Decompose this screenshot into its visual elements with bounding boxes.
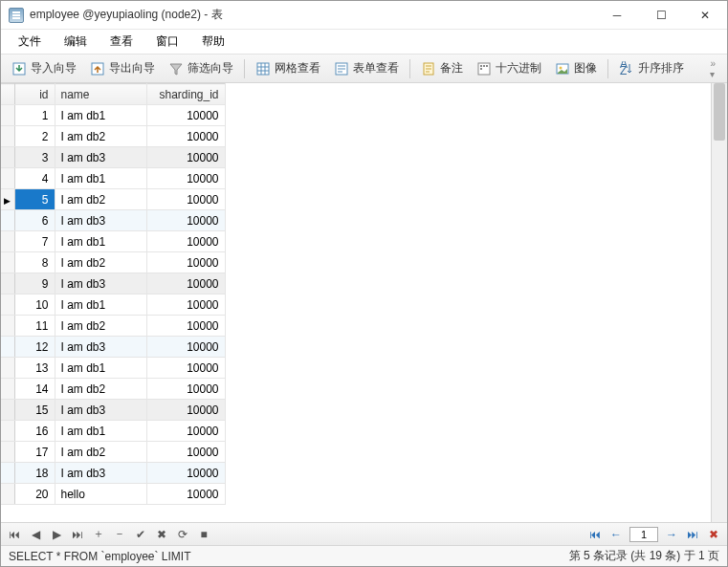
stop-button[interactable]: ■: [196, 527, 211, 542]
cell-name[interactable]: I am db1: [55, 105, 146, 126]
cell-name[interactable]: I am db3: [55, 463, 146, 484]
cell-sharding[interactable]: 10000: [146, 421, 225, 442]
row-header[interactable]: [1, 484, 14, 505]
cell-name[interactable]: I am db1: [55, 168, 146, 189]
table-row[interactable]: 3I am db310000: [1, 147, 225, 168]
cell-sharding[interactable]: 10000: [146, 294, 225, 316]
cell-id[interactable]: 14: [14, 379, 55, 400]
cell-name[interactable]: I am db3: [55, 210, 146, 231]
row-header[interactable]: [1, 252, 14, 273]
vertical-scrollbar[interactable]: [711, 83, 727, 522]
cell-sharding[interactable]: 10000: [146, 252, 225, 273]
cancel-button[interactable]: ✖: [154, 527, 169, 542]
table-row[interactable]: 9I am db310000: [1, 273, 225, 294]
table-row[interactable]: 11I am db210000: [1, 316, 225, 337]
menu-help[interactable]: 帮助: [192, 31, 234, 53]
refresh-button[interactable]: ⟳: [175, 527, 190, 542]
cell-sharding[interactable]: 10000: [146, 463, 225, 484]
next-page-button[interactable]: →: [664, 527, 679, 542]
table-row[interactable]: 20hello10000: [1, 484, 225, 505]
close-button[interactable]: ✕: [683, 1, 727, 30]
notes-button[interactable]: 备注: [414, 57, 470, 79]
delete-record-button[interactable]: －: [112, 527, 127, 542]
table-row[interactable]: 16I am db110000: [1, 421, 225, 442]
cell-name[interactable]: I am db3: [55, 273, 146, 294]
row-header[interactable]: [1, 210, 14, 231]
table-row[interactable]: 7I am db110000: [1, 231, 225, 252]
cell-id[interactable]: 12: [14, 337, 55, 358]
cell-name[interactable]: I am db2: [55, 189, 146, 210]
row-header[interactable]: [1, 421, 14, 442]
cell-name[interactable]: I am db1: [55, 231, 146, 252]
column-header-id[interactable]: id: [14, 84, 55, 105]
menu-view[interactable]: 查看: [100, 31, 143, 53]
table-row[interactable]: 5I am db210000: [1, 189, 225, 210]
first-page-button[interactable]: ⏮: [587, 527, 603, 542]
table-row[interactable]: 1I am db110000: [1, 105, 225, 126]
cell-name[interactable]: I am db3: [55, 337, 146, 358]
prev-record-button[interactable]: ◀: [28, 527, 43, 542]
cell-name[interactable]: I am db1: [55, 421, 146, 442]
table-row[interactable]: 12I am db310000: [1, 337, 225, 358]
table-row[interactable]: 4I am db110000: [1, 168, 225, 189]
export-wizard-button[interactable]: 导出向导: [83, 57, 162, 79]
cell-id[interactable]: 2: [14, 126, 55, 147]
cell-id[interactable]: 18: [14, 463, 55, 484]
filter-wizard-button[interactable]: 筛选向导: [162, 57, 240, 79]
menu-file[interactable]: 文件: [9, 31, 51, 53]
table-row[interactable]: 18I am db310000: [1, 463, 225, 484]
menu-edit[interactable]: 编辑: [55, 31, 97, 53]
menu-window[interactable]: 窗口: [146, 31, 188, 53]
row-header[interactable]: [1, 105, 14, 126]
table-row[interactable]: 17I am db210000: [1, 442, 225, 463]
scrollbar-thumb[interactable]: [714, 83, 725, 141]
row-header[interactable]: [1, 358, 14, 379]
cell-name[interactable]: I am db2: [55, 442, 146, 463]
cell-sharding[interactable]: 10000: [146, 126, 225, 147]
prev-page-button[interactable]: ←: [608, 527, 624, 542]
cell-sharding[interactable]: 10000: [146, 442, 225, 463]
cell-name[interactable]: I am db2: [55, 379, 146, 400]
column-header-name[interactable]: name: [55, 84, 146, 105]
cell-name[interactable]: I am db2: [55, 126, 146, 147]
cell-id[interactable]: 4: [14, 168, 55, 189]
data-grid[interactable]: id name sharding_id 1I am db1100002I am …: [1, 83, 711, 522]
last-page-button[interactable]: ⏭: [685, 527, 700, 542]
cell-id[interactable]: 20: [14, 484, 55, 505]
table-row[interactable]: 2I am db210000: [1, 126, 225, 147]
first-record-button[interactable]: ⏮: [7, 527, 22, 542]
row-header[interactable]: [1, 379, 14, 400]
page-settings-button[interactable]: ✖: [706, 527, 721, 542]
cell-sharding[interactable]: 10000: [146, 168, 225, 189]
cell-name[interactable]: I am db3: [55, 147, 146, 168]
last-record-button[interactable]: ⏭: [70, 527, 85, 542]
minimize-button[interactable]: ─: [595, 1, 639, 30]
form-view-button[interactable]: 表单查看: [327, 57, 406, 79]
cell-id[interactable]: 3: [14, 147, 55, 168]
cell-id[interactable]: 6: [14, 210, 55, 231]
row-header[interactable]: [1, 463, 14, 484]
table-row[interactable]: 14I am db210000: [1, 379, 225, 400]
cell-id[interactable]: 15: [14, 400, 55, 421]
cell-id[interactable]: 16: [14, 421, 55, 442]
cell-id[interactable]: 5: [14, 189, 55, 210]
page-number-input[interactable]: [629, 527, 658, 542]
grid-view-button[interactable]: 网格查看: [249, 57, 327, 79]
cell-id[interactable]: 9: [14, 273, 55, 294]
table-row[interactable]: 6I am db310000: [1, 210, 225, 231]
cell-name[interactable]: I am db1: [55, 294, 146, 316]
row-header[interactable]: [1, 273, 14, 294]
cell-sharding[interactable]: 10000: [146, 316, 225, 337]
cell-sharding[interactable]: 10000: [146, 358, 225, 379]
cell-name[interactable]: I am db3: [55, 400, 146, 421]
table-row[interactable]: 13I am db110000: [1, 358, 225, 379]
cell-id[interactable]: 8: [14, 252, 55, 273]
cell-name[interactable]: I am db2: [55, 316, 146, 337]
column-header-sharding[interactable]: sharding_id: [146, 84, 225, 105]
row-header[interactable]: [1, 126, 14, 147]
row-header[interactable]: [1, 442, 14, 463]
cell-id[interactable]: 7: [14, 231, 55, 252]
row-header[interactable]: [1, 337, 14, 358]
toolbar-overflow-icon[interactable]: »▾: [702, 58, 723, 79]
row-header[interactable]: [1, 316, 14, 337]
